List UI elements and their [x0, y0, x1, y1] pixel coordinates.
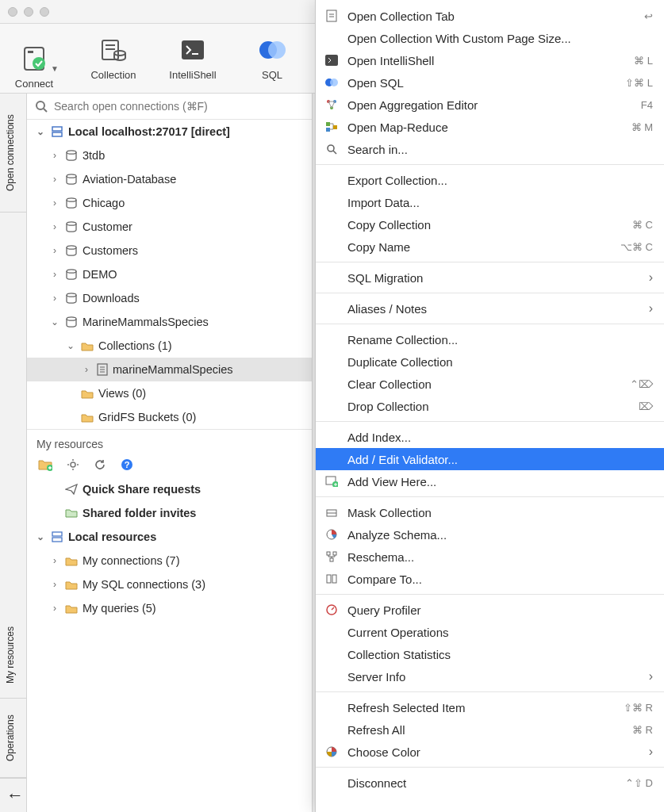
- menu-label: Import Data...: [347, 196, 653, 209]
- refresh-icon[interactable]: [94, 458, 106, 471]
- menu-aliases-notes[interactable]: Aliases / Notes›: [316, 297, 664, 320]
- menu-choose-color[interactable]: Choose Color›: [316, 741, 664, 763]
- search-bar[interactable]: [27, 94, 312, 120]
- shortcut: ⌃⇧ D: [625, 777, 653, 789]
- connect-button[interactable]: Connect ▼: [6, 44, 62, 73]
- minimize-window-button[interactable]: [24, 7, 33, 17]
- db-item-customer[interactable]: ›Customer: [27, 215, 312, 239]
- menu-label: Refresh All: [347, 723, 624, 737]
- svg-point-6: [114, 51, 125, 56]
- database-icon: [65, 245, 78, 256]
- gear-icon[interactable]: [67, 458, 79, 471]
- menu-sql-migration[interactable]: SQL Migration›: [316, 266, 664, 289]
- menu-clear-collection[interactable]: Clear Collection⌃⌦: [316, 373, 664, 395]
- menu-search-in[interactable]: Search in...: [316, 138, 664, 160]
- menu-reschema[interactable]: Reschema...: [316, 546, 664, 568]
- rail-tab-my-resources[interactable]: My resources: [0, 611, 26, 699]
- local-resources-item[interactable]: ⌄Local resources: [27, 525, 312, 549]
- my-connections-item[interactable]: ›My connections (7): [27, 549, 312, 573]
- db-item-downloads[interactable]: ›Downloads: [27, 286, 312, 310]
- rail-tab-operations[interactable]: Operations: [0, 699, 26, 778]
- db-item-aviation[interactable]: ›Aviation-Database: [27, 167, 312, 191]
- collection-button[interactable]: Collection: [86, 36, 141, 81]
- quick-share-item[interactable]: ›Quick Share requests: [27, 477, 312, 501]
- menu-current-operations[interactable]: Current Operations: [316, 621, 664, 643]
- chevron-down-icon: ⌄: [49, 313, 60, 331]
- db-label: MarineMammalsSpecies: [83, 313, 209, 331]
- menu-analyze-schema[interactable]: Analyze Schema...: [316, 523, 664, 546]
- paper-plane-icon: [65, 484, 78, 495]
- document-icon: [324, 10, 340, 22]
- pie-chart-icon: [324, 529, 340, 540]
- my-queries-item[interactable]: ›My queries (5): [27, 596, 312, 620]
- shared-invites-item[interactable]: ›Shared folder invites: [27, 501, 312, 525]
- menu-refresh-selected[interactable]: Refresh Selected Item⇧⌘ R: [316, 696, 664, 718]
- svg-point-16: [67, 174, 76, 178]
- menu-mask-collection[interactable]: Mask Collection: [316, 501, 664, 523]
- new-folder-icon[interactable]: [38, 458, 52, 471]
- svg-rect-60: [332, 575, 336, 583]
- views-folder[interactable]: ›Views (0): [27, 381, 312, 405]
- intellishell-button[interactable]: IntelliShell: [165, 36, 221, 81]
- menu-open-intellishell[interactable]: Open IntelliShell⌘ L: [316, 49, 664, 71]
- my-queries-label: My queries (5): [83, 599, 156, 617]
- traffic-lights: [8, 7, 49, 17]
- menu-add-index[interactable]: Add Index...: [316, 426, 664, 448]
- menu-label: Add Index...: [347, 431, 653, 444]
- menu-query-profiler[interactable]: Query Profiler: [316, 599, 664, 621]
- svg-rect-13: [52, 127, 62, 131]
- mask-icon: [324, 507, 340, 518]
- connect-label: Connect: [15, 78, 53, 90]
- folder-icon: [65, 580, 78, 590]
- shortcut: ⌘ L: [634, 55, 653, 67]
- menu-label: Analyze Schema...: [347, 528, 653, 542]
- maximize-window-button[interactable]: [40, 7, 49, 17]
- menu-copy-collection[interactable]: Copy Collection⌘ C: [316, 213, 664, 236]
- gridfs-folder[interactable]: ›GridFS Buckets (0): [27, 405, 312, 429]
- db-item-marine[interactable]: ⌄MarineMammalsSpecies: [27, 310, 312, 334]
- db-label: 3tdb: [83, 147, 105, 164]
- db-item-customers[interactable]: ›Customers: [27, 239, 312, 262]
- submenu-arrow-icon: ›: [649, 270, 653, 285]
- svg-rect-37: [327, 10, 336, 21]
- db-item-3tdb[interactable]: ›3tdb: [27, 144, 312, 167]
- menu-copy-name[interactable]: Copy Name⌥⌘ C: [316, 236, 664, 258]
- menu-duplicate-collection[interactable]: Duplicate Collection: [316, 350, 664, 373]
- menu-compare-to[interactable]: Compare To...: [316, 568, 664, 590]
- menu-open-aggregation[interactable]: Open Aggregation EditorF4: [316, 94, 664, 116]
- rail-tab-open-connections[interactable]: Open connections: [0, 94, 26, 213]
- menu-open-collection-tab[interactable]: Open Collection Tab↩: [316, 5, 664, 27]
- menu-label: Choose Color: [347, 745, 641, 759]
- svg-rect-40: [325, 55, 338, 66]
- menu-add-view[interactable]: Add View Here...: [316, 470, 664, 492]
- db-item-demo[interactable]: ›DEMO: [27, 262, 312, 286]
- sql-button[interactable]: SQL: [244, 36, 300, 81]
- collection-item-marinemammal[interactable]: ›marineMammalSpecies: [27, 358, 312, 381]
- menu-rename-collection[interactable]: Rename Collection...: [316, 328, 664, 350]
- menu-server-info[interactable]: Server Info›: [316, 665, 664, 688]
- my-sql-item[interactable]: ›My SQL connections (3): [27, 573, 312, 596]
- menu-open-sql[interactable]: Open SQL⇧⌘ L: [316, 71, 664, 94]
- menu-disconnect[interactable]: Disconnect⌃⇧ D: [316, 772, 664, 794]
- svg-rect-14: [52, 132, 62, 136]
- close-window-button[interactable]: [8, 7, 17, 17]
- db-item-chicago[interactable]: ›Chicago: [27, 191, 312, 215]
- search-input[interactable]: [54, 100, 304, 113]
- menu-open-mapreduce[interactable]: Open Map-Reduce⌘ M: [316, 116, 664, 138]
- connection-root[interactable]: ⌄ Local localhost:27017 [direct]: [27, 120, 312, 144]
- menu-refresh-all[interactable]: Refresh All⌘ R: [316, 718, 664, 741]
- menu-import-data[interactable]: Import Data...: [316, 191, 664, 213]
- chevron-right-icon: ›: [49, 147, 60, 164]
- back-arrow-icon[interactable]: ←: [0, 778, 26, 812]
- sql-label: SQL: [262, 69, 282, 81]
- menu-export-collection[interactable]: Export Collection...: [316, 169, 664, 191]
- gridfs-label: GridFS Buckets (0): [98, 408, 196, 426]
- menu-label: Add / Edit Validator...: [347, 453, 653, 466]
- menu-drop-collection[interactable]: Drop Collection⌦: [316, 395, 664, 417]
- folder-icon: [81, 341, 94, 351]
- help-icon[interactable]: ?: [121, 458, 133, 471]
- menu-add-edit-validator[interactable]: Add / Edit Validator...: [316, 448, 664, 470]
- collections-folder[interactable]: ⌄Collections (1): [27, 334, 312, 358]
- menu-open-custom-page[interactable]: Open Collection With Custom Page Size...: [316, 27, 664, 49]
- menu-collection-stats[interactable]: Collection Statistics: [316, 643, 664, 665]
